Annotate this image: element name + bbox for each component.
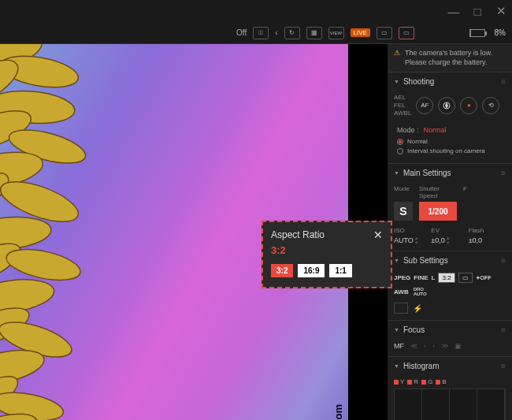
focus-step-fwd-icon[interactable]: › [432, 342, 435, 350]
off-toggle[interactable]: Off [236, 28, 247, 37]
popup-close-icon[interactable]: ✕ [373, 229, 383, 241]
radio-interval[interactable]: Interval shooting on camera [397, 147, 506, 154]
display-icon[interactable]: ▭ [377, 27, 392, 39]
effect-off[interactable]: ✦OFF [476, 275, 492, 281]
mode-value: Normal [424, 126, 447, 134]
top-toolbar: Off �⃝ ‹ ↻ ▦ VIEW LIVE ▭ ▭ 8% [0, 22, 512, 44]
mode-label: Mode : [397, 126, 419, 134]
ratio-3-2[interactable]: 3:2 [271, 264, 293, 277]
focus-far-icon[interactable]: ≫ [441, 342, 448, 350]
warning-icon: ⚠ [394, 49, 400, 67]
window-titlebar: — □ ✕ [0, 0, 512, 22]
focus-near-icon[interactable]: ≪ [410, 342, 417, 350]
shutter-button[interactable] [438, 97, 455, 114]
flash-icon[interactable]: ⚡ [413, 304, 422, 313]
popup-title: Aspect Ratio [271, 229, 325, 240]
sub-settings-header[interactable]: ▼Sub Settings≡ [388, 251, 512, 269]
histogram-header[interactable]: ▼Histogram≡ [388, 357, 512, 375]
iso-value[interactable]: AUTO▴▾ [394, 236, 431, 244]
popup-current-value: 3:2 [271, 244, 383, 256]
wb-awb[interactable]: AWB [394, 288, 409, 295]
size-l[interactable]: L [432, 274, 436, 281]
battery-warning: ⚠ The camera's battery is low. Please ch… [388, 44, 512, 72]
settings-wheel-button[interactable]: ⟲ [482, 97, 499, 114]
focus-header[interactable]: ▼Focus≡ [388, 321, 512, 339]
view-button[interactable]: VIEW [328, 27, 344, 39]
live-indicator: LIVE [351, 28, 370, 37]
ratio-16-9[interactable]: 16:9 [298, 264, 325, 277]
close-button[interactable]: ✕ [496, 6, 506, 16]
frame-icon[interactable]: ▭ [458, 273, 473, 283]
warning-text: The camera's battery is low. Please char… [405, 49, 506, 67]
marker-icon[interactable]: ▭ [399, 27, 414, 39]
radio-normal[interactable]: Normal [397, 138, 506, 145]
focus-area-icon[interactable]: ▣ [454, 342, 462, 350]
lock-labels: AELFELAWBL [394, 94, 411, 117]
record-button[interactable]: ● [460, 97, 477, 114]
shooting-header[interactable]: ▼Shooting≡ [388, 72, 512, 91]
grid-icon[interactable]: ▦ [306, 27, 322, 39]
hist-b[interactable]: B [436, 378, 446, 385]
rotate-icon[interactable]: ↻ [284, 27, 300, 39]
histogram-display [394, 388, 506, 420]
exposure-mode[interactable]: S [394, 202, 413, 221]
maximize-button[interactable]: □ [473, 6, 482, 16]
focus-mode-mf[interactable]: MF [394, 342, 404, 350]
hist-g[interactable]: G [421, 378, 432, 385]
hist-y[interactable]: Y [394, 378, 404, 385]
aspect-ratio-popup: Aspect Ratio ✕ 3:2 3:2 16:9 1:1 [262, 221, 392, 288]
battery-icon [469, 29, 485, 37]
format-jpeg[interactable]: JPEG [394, 274, 410, 281]
ev-value[interactable]: ±0,0▴▾ [431, 236, 468, 244]
af-button[interactable]: AF [416, 97, 433, 114]
minimize-button[interactable]: — [449, 6, 458, 16]
flash-value[interactable]: ±0,0 [469, 236, 506, 244]
right-sidebar: ⚠ The camera's battery is low. Please ch… [388, 44, 512, 420]
shutter-speed[interactable]: 1/200 [419, 202, 457, 221]
ratio-1-1[interactable]: 1:1 [329, 264, 351, 277]
main-settings-header[interactable]: ▼Main Settings≡ [388, 164, 512, 182]
watermark-text: www.LMscope.com [332, 404, 344, 420]
dro-auto[interactable]: DRO AUTO [414, 288, 427, 296]
hist-r[interactable]: R [407, 378, 418, 385]
battery-percent: 8% [495, 28, 506, 37]
focus-step-back-icon[interactable]: ‹ [424, 342, 426, 350]
aspect-ratio-button[interactable]: 3:2 [438, 273, 454, 283]
arrow-left-icon[interactable]: ‹ [275, 28, 277, 37]
preview-subject [0, 44, 158, 420]
quality-fine[interactable]: FINE [414, 274, 428, 281]
zoom-icon[interactable]: �⃝ [253, 27, 269, 39]
metering-icon[interactable] [394, 303, 408, 314]
